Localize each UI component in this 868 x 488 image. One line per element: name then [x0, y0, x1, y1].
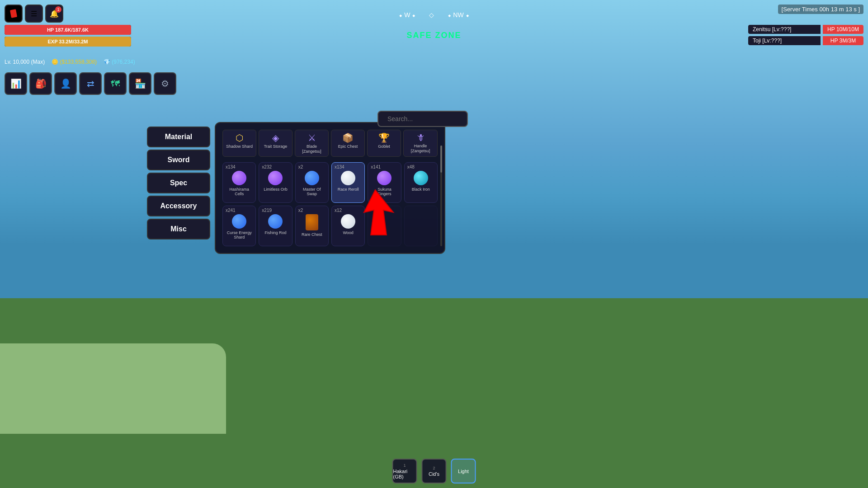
exp-bar: EXP 33.2M/33.2M — [5, 37, 131, 47]
toolbar-stats[interactable]: 📊 — [5, 72, 27, 95]
menu-button[interactable]: ☰ — [25, 5, 43, 23]
settings-icon: ⚙ — [161, 78, 169, 89]
player-gold: 🪙 ($133,558,308) — [52, 59, 97, 65]
slot-1-num: 1 — [403, 463, 406, 468]
rare-chest-count: x2 — [298, 208, 303, 213]
item-rare-chest[interactable]: x2 Rare Chest — [295, 206, 329, 246]
master-of-swap-count: x2 — [298, 164, 303, 169]
quickbar-handle-zangetsu[interactable]: 🗡 Handle [Zangetsu] — [403, 130, 438, 157]
item-fishing-rod[interactable]: x219 Fishing Rod — [259, 206, 292, 246]
notification-button[interactable]: 🔔 1 — [45, 5, 63, 23]
item-race-reroll[interactable]: x134 Race Reroll — [331, 162, 365, 203]
bottom-hotbar: 1 Hakari (GB) 2 Cid's Light — [392, 459, 476, 483]
hp-bar: HP 187.6K/187.6K — [5, 25, 131, 35]
inventory-icon: 🎒 — [35, 78, 47, 89]
inventory-scrollbar[interactable] — [440, 145, 442, 246]
toolbar-character[interactable]: 👤 — [54, 72, 77, 95]
limitless-orb-icon — [268, 171, 283, 185]
menu-item-spec[interactable]: Spec — [147, 173, 210, 193]
toolbar: 📊 🎒 👤 ⇄ 🗺 🏪 ⚙ — [5, 72, 176, 95]
blade-zangetsu-icon: ⚔ — [308, 132, 316, 143]
slot-1-label: Hakari (GB) — [393, 469, 416, 479]
compass: ⬥ W ⬥ ◇ ⬥ NW ⬥ — [399, 11, 469, 19]
quickbar-goblet[interactable]: 🏆 Goblet — [367, 130, 401, 157]
handle-zangetsu-label: Handle [Zangetsu] — [406, 144, 435, 154]
menu-item-material[interactable]: Material — [147, 127, 210, 147]
item-master-of-swap[interactable]: x2 Master Of Swap — [295, 162, 329, 203]
quickbar-blade-zangetsu[interactable]: ⚔ Blade [Zangetsu] — [295, 130, 329, 157]
curse-energy-icon — [232, 214, 246, 229]
menu-item-misc[interactable]: Misc — [147, 219, 210, 239]
map-icon: 🗺 — [111, 79, 120, 89]
roblox-logo[interactable] — [5, 5, 23, 23]
compass-west: ⬥ W ⬥ — [399, 11, 415, 19]
curse-energy-label: Curse Energy Shard — [226, 230, 253, 240]
item-empty-2 — [404, 206, 438, 246]
swap-icon: ⇄ — [87, 78, 94, 89]
item-wood[interactable]: x12 Wood — [331, 206, 365, 246]
item-limitless-orb[interactable]: x232 Limitless Orb — [259, 162, 292, 203]
notification-badge: 1 — [55, 6, 61, 13]
enemy-name-toji: Toji [Lv:???] — [748, 36, 821, 45]
limitless-orb-count: x232 — [262, 164, 272, 169]
server-time: [Server Times 00h 13 m 13 s ] — [778, 5, 863, 14]
goblet-label: Goblet — [378, 144, 390, 149]
quickbar-trait-storage[interactable]: ◈ Trait Storage — [259, 130, 292, 157]
toolbar-inventory[interactable]: 🎒 — [29, 72, 52, 95]
hashirama-cells-count: x134 — [226, 164, 236, 169]
roblox-icon — [9, 9, 19, 19]
race-reroll-count: x134 — [335, 164, 344, 169]
hotbar-slot-1[interactable]: 1 Hakari (GB) — [392, 459, 417, 483]
slot-light-label: Light — [458, 469, 469, 474]
compass-northwest: ⬥ NW ⬥ — [448, 11, 469, 19]
menu-item-accessory[interactable]: Accessory — [147, 196, 210, 216]
enemy-hp-zenitsu: HP 10M/10M — [823, 25, 863, 34]
wood-label: Wood — [343, 230, 353, 235]
svg-rect-0 — [10, 9, 17, 18]
enemy-bars: Zenitsu [Lv:???] HP 10M/10M Toji [Lv:???… — [748, 25, 863, 45]
sukuna-fingers-count: x141 — [371, 164, 381, 169]
search-input[interactable] — [377, 111, 468, 127]
blade-zangetsu-label: Blade [Zangetsu] — [297, 144, 326, 154]
slot-2-num: 2 — [433, 466, 435, 470]
toolbar-settings[interactable]: ⚙ — [154, 72, 176, 95]
toolbar-map[interactable]: 🗺 — [104, 72, 127, 95]
search-bar — [377, 111, 468, 127]
roblox-icons: ☰ 🔔 1 — [5, 5, 63, 23]
hashirama-cells-label: Hashirama Cells — [226, 187, 253, 197]
epic-chest-label: Epic Chest — [338, 144, 358, 149]
item-black-iron[interactable]: x48 Black Iron — [404, 162, 438, 203]
shop-icon: 🏪 — [135, 78, 146, 89]
trait-storage-icon: ◈ — [272, 132, 279, 143]
fishing-rod-count: x219 — [262, 208, 272, 213]
shadow-shard-icon: ⬡ — [236, 132, 243, 143]
hamburger-icon: ☰ — [31, 9, 37, 18]
wood-icon — [341, 214, 355, 229]
enemy-bar-toji: Toji [Lv:???] HP 3M/3M — [748, 36, 863, 45]
item-hashirama-cells[interactable]: x134 Hashirama Cells — [222, 162, 256, 203]
hotbar-slot-light[interactable]: Light — [451, 459, 476, 483]
quickbar-shadow-shard[interactable]: ⬡ Shadow Shard — [222, 130, 256, 157]
inventory-grid: x134 Hashirama Cells x232 Limitless Orb … — [222, 162, 438, 246]
master-of-swap-icon — [305, 171, 319, 185]
toolbar-shop[interactable]: 🏪 — [129, 72, 151, 95]
toolbar-swap[interactable]: ⇄ — [79, 72, 102, 95]
handle-zangetsu-icon: 🗡 — [416, 132, 425, 143]
black-iron-count: x48 — [407, 164, 415, 169]
quickbar: ⬡ Shadow Shard ◈ Trait Storage ⚔ Blade [… — [222, 130, 438, 157]
item-curse-energy-shard[interactable]: x241 Curse Energy Shard — [222, 206, 256, 246]
hotbar-slot-2[interactable]: 2 Cid's — [422, 459, 447, 483]
quickbar-epic-chest[interactable]: 📦 Epic Chest — [331, 130, 365, 157]
race-reroll-label: Race Reroll — [338, 187, 359, 192]
menu-item-sword[interactable]: Sword — [147, 150, 210, 170]
master-of-swap-label: Master Of Swap — [298, 187, 326, 197]
inventory-panel: ⬡ Shadow Shard ◈ Trait Storage ⚔ Blade [… — [215, 122, 445, 254]
compass-diamond: ◇ — [429, 11, 434, 19]
ground-light — [0, 343, 226, 434]
player-gems: 💎 (976,234) — [104, 59, 135, 65]
shadow-shard-label: Shadow Shard — [226, 144, 253, 149]
slot-2-label: Cid's — [429, 471, 439, 477]
item-sukuna-fingers[interactable]: x141 Sukuna Fingers — [368, 162, 401, 203]
stat-bars: HP 187.6K/187.6K EXP 33.2M/33.2M — [5, 25, 131, 48]
fishing-rod-icon — [268, 214, 283, 229]
